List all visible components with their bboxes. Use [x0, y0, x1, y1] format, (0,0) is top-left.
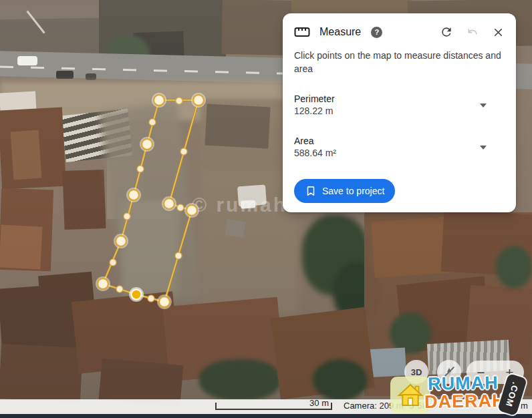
- map-texture-patch: [465, 285, 532, 364]
- map-texture-patch: [0, 91, 37, 119]
- area-label: Area: [294, 135, 480, 147]
- map-texture-patch: [371, 216, 456, 278]
- map-texture-patch: [0, 18, 102, 64]
- perimeter-value: 128.22 m: [294, 105, 480, 118]
- redo-icon[interactable]: [440, 25, 453, 39]
- perimeter-dropdown-caret[interactable]: [480, 103, 487, 108]
- map-texture-patch: [201, 99, 289, 174]
- map-texture-patch: [107, 160, 144, 219]
- map-texture-patch: [26, 11, 45, 34]
- logo-com-badge: .COM: [497, 373, 527, 416]
- rumah-daerah-logo: RUMAH DAERAH .COM: [390, 373, 531, 418]
- map-texture-patch: [496, 246, 532, 288]
- map-texture-patch: [0, 108, 66, 190]
- measure-instructions: Click points on the map to measure dista…: [294, 49, 504, 75]
- map-texture-patch: [17, 56, 37, 65]
- area-dropdown-caret[interactable]: [480, 146, 487, 150]
- map-texture-patch: [62, 170, 106, 230]
- bookmark-icon: [305, 185, 317, 197]
- map-texture-patch: [225, 219, 245, 238]
- map-texture-patch: [390, 312, 431, 354]
- perimeter-label: Perimeter: [294, 93, 480, 105]
- map-texture-patch: [0, 65, 307, 75]
- undo-icon[interactable]: [466, 25, 479, 39]
- ruler-icon: [294, 25, 310, 39]
- map-texture-patch: [0, 81, 301, 120]
- save-button-label: Save to project: [322, 186, 384, 196]
- map-texture-patch: [86, 73, 96, 80]
- map-texture-patch: [107, 35, 150, 73]
- map-texture-patch: [72, 291, 180, 373]
- measure-panel: Measure ? Click points on the map to: [283, 13, 516, 212]
- perimeter-row: Perimeter 128.22 m: [294, 93, 505, 118]
- map-texture-patch: [302, 215, 369, 295]
- map-texture-patch: [396, 276, 491, 353]
- map-texture-patch: [441, 210, 532, 276]
- measure-panel-header: Measure ?: [294, 23, 505, 41]
- map-texture-patch: [99, 101, 205, 310]
- map-texture-patch: [313, 359, 368, 401]
- map-texture-patch: [0, 283, 90, 355]
- google-earth-window: © rumah123.com Measure ?: [0, 0, 532, 418]
- panel-title: Measure: [319, 26, 361, 38]
- map-texture-patch: [56, 71, 74, 79]
- logo-text-daerah: DAERAH: [424, 391, 506, 413]
- help-icon[interactable]: ?: [371, 27, 382, 38]
- area-row: Area 588.64 m²: [294, 135, 505, 160]
- close-icon[interactable]: [492, 26, 505, 39]
- scale-bar: [215, 403, 332, 410]
- map-texture-patch: [0, 224, 43, 269]
- map-texture-patch: [133, 31, 184, 64]
- map-texture-patch: [271, 307, 375, 399]
- map-texture-patch: [122, 200, 178, 294]
- house-icon: [396, 382, 424, 409]
- map-texture-patch: [199, 359, 281, 401]
- map-texture-patch: [11, 130, 42, 180]
- map-texture-patch: [333, 262, 381, 323]
- map-texture-patch: [38, 272, 96, 323]
- map-texture-patch: [0, 188, 53, 272]
- map-texture-patch: [162, 297, 283, 382]
- map-texture-patch: [205, 104, 270, 149]
- map-texture-patch: [0, 344, 83, 403]
- area-value: 588.64 m²: [294, 147, 480, 160]
- map-texture-patch: [99, 0, 226, 61]
- save-to-project-button[interactable]: Save to project: [294, 179, 395, 203]
- map-texture-patch: [61, 109, 133, 162]
